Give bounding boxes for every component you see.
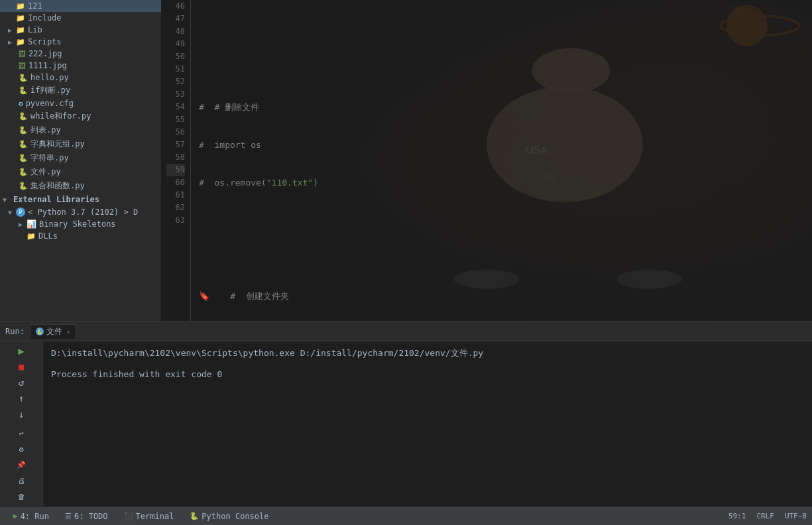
stop-button[interactable] [14,360,29,373]
sidebar-item-label: 121 [28,1,42,11]
output-command-line: D:\install\pycharm\2102\venv\Scripts\pyt… [51,347,804,360]
folder-icon: 📁 [16,26,25,34]
code-line-50: # os.remove("110.txt") [199,176,804,189]
external-libraries-header[interactable]: External Libraries [0,193,161,206]
status-tab-terminal-label: Terminal [136,512,174,521]
sidebar-item-scripts[interactable]: 📁 Scripts [0,36,161,48]
run-label: Run: [5,327,25,336]
close-tab-button[interactable]: ✕ [66,328,70,335]
pin-button[interactable]: 📌 [14,459,29,472]
cursor-position: 59:1 [728,512,746,520]
scroll-down-button[interactable]: ↓ [14,408,29,421]
sidebar-item-222jpg[interactable]: 🖼 222.jpg [0,48,161,60]
sidebar-item-label: hello.py [30,73,69,82]
sidebar-item-dict[interactable]: 🐍 字典和元组.py [0,137,161,151]
encoding: UTF-8 [785,512,807,520]
python-icon: P [16,207,25,217]
py-icon: 🐍 [19,168,28,176]
code-line-47 [199,63,804,76]
sidebar-item-label: 1111.jpg [29,61,67,70]
folder-icon: 📁 [16,14,25,23]
line-separator: CRLF [756,512,774,520]
arrow-icon [19,221,27,228]
pin-icon: 📌 [17,461,26,469]
py-icon: 🐍 [19,154,28,162]
status-tab-terminal[interactable]: ⬛ Terminal [116,509,182,524]
folder-icon: 📁 [16,2,25,11]
sidebar-item-python37[interactable]: P < Python 3.7 (2102) > D [0,206,161,218]
wrap-icon: ↩ [19,429,23,438]
rerun-button[interactable]: ↺ [14,376,29,389]
py-icon: 🐍 [19,86,28,95]
sidebar-item-label: Scripts [28,37,62,46]
sidebar-item-list[interactable]: 🐍 列表.py [0,123,161,137]
sidebar-item-binary-skeletons[interactable]: 📊 Binary Skeletons [0,218,161,230]
arrow-icon [3,196,11,204]
sidebar-item-file[interactable]: 🐍 文件.py [0,165,161,179]
trash-icon: 🗑 [18,493,25,501]
sidebar: 📁 121 📁 Include 📁 Lib 📁 Scripts [0,0,161,321]
bottom-panel: Run: 🐍 文件 ✕ ↺ ↑ ↓ ↩ [0,321,812,506]
sidebar-item-label: DLLs [38,231,58,241]
run-tab-icon: ▶ [13,512,18,520]
sidebar-item-dlls[interactable]: 📁 DLLs [0,230,161,242]
sidebar-item-if[interactable]: 🐍 if判断.py [0,84,161,97]
sidebar-item-label: Include [28,13,62,23]
py-icon: 🐍 [19,140,28,148]
settings-button[interactable]: ⚙ [14,443,29,456]
sidebar-item-hello[interactable]: 🐍 hello.py [0,72,161,84]
clear-button[interactable]: 🗑 [14,491,29,504]
folder-icon: 📁 [16,38,25,46]
stop-icon [19,361,24,372]
sidebar-item-pyvenv[interactable]: ⚙ pyvenv.cfg [0,97,161,109]
status-tab-python-console[interactable]: 🐍 Python Console [182,509,276,524]
code-line-46 [199,25,804,38]
py-icon: 🐍 [19,182,28,190]
sidebar-item-lib[interactable]: 📁 Lib [0,24,161,36]
scroll-up-button[interactable]: ↑ [14,392,29,405]
sidebar-item-set[interactable]: 🐍 集合和函数.py [0,179,161,193]
code-line-48: # # 删除文件 [199,101,804,113]
arrow-icon [8,38,16,46]
code-editor[interactable]: # # 删除文件 # import os # os.remove("110.tx… [191,0,812,321]
code-line-51 [199,214,804,227]
line-numbers: 46 47 48 49 50 51 52 53 54 55 56 57 58 5… [161,0,191,321]
sidebar-item-label: 字典和元组.py [30,139,85,150]
sidebar-item-label: if判断.py [30,85,70,96]
bottom-content: ↺ ↑ ↓ ↩ ⚙ 📌 🖨 🗑 [0,341,812,506]
terminal-icon: ⬛ [124,512,133,520]
status-tab-todo-label: 6: TODO [74,512,108,521]
library-icon: 📊 [27,219,36,229]
wrap-button[interactable]: ↩ [14,426,29,439]
sidebar-item-label: 222.jpg [29,49,62,58]
arrow-icon [8,209,16,216]
status-tab-todo[interactable]: ☰ 6: TODO [57,509,116,524]
sidebar-item-121[interactable]: 📁 121 [0,0,161,12]
output-result-line: Process finished with exit code 0 [51,368,804,381]
run-button[interactable] [14,344,29,357]
sidebar-item-label: < Python 3.7 (2102) > D [28,207,138,217]
run-tab[interactable]: 🐍 文件 ✕ [30,324,76,339]
python-dot-icon: 🐍 [36,327,44,335]
status-tab-run[interactable]: ▶ 4: Run [5,509,57,524]
code-line-49: # import os [199,139,804,151]
sidebar-item-while[interactable]: 🐍 while和for.py [0,109,161,123]
down-icon: ↓ [19,409,24,420]
sidebar-item-str[interactable]: 🐍 字符串.py [0,151,161,165]
sidebar-item-label: Lib [28,25,42,34]
rerun-icon: ↺ [19,377,24,388]
sidebar-item-label: Binary Skeletons [39,219,116,229]
status-right: 59:1 CRLF UTF-8 [728,512,807,520]
print-button[interactable]: 🖨 [14,475,29,488]
external-libraries-label: External Libraries [13,195,99,204]
print-icon: 🖨 [18,477,25,485]
status-tab-python-console-label: Python Console [202,512,268,521]
status-tab-run-label: 4: Run [21,512,49,521]
run-tab-name: 文件 [46,326,62,337]
run-toolbar: ↺ ↑ ↓ ↩ ⚙ 📌 🖨 🗑 [0,341,43,506]
sidebar-item-1111jpg[interactable]: 🖼 1111.jpg [0,60,161,72]
img-icon: 🖼 [19,62,26,70]
sidebar-item-include[interactable]: 📁 Include [0,12,161,24]
sidebar-item-label: 列表.py [30,125,61,136]
run-icon [18,345,25,357]
